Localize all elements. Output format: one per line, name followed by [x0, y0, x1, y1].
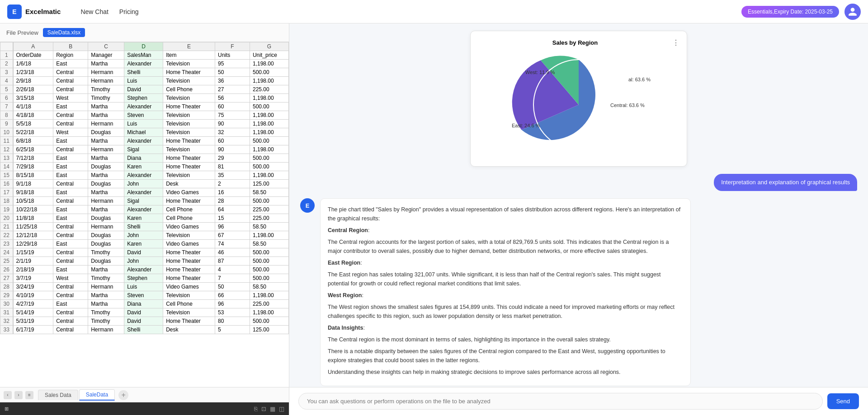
table-cell[interactable]: 500.00 — [250, 137, 288, 145]
table-cell[interactable]: 1,198.00 — [250, 308, 288, 317]
table-cell[interactable]: 500.00 — [250, 103, 288, 111]
table-row[interactable]: 241/15/19CentralTimothyDavidHome Theater… — [0, 248, 289, 257]
table-cell[interactable]: 1,198.00 — [250, 77, 288, 85]
col-b-header[interactable]: B — [53, 42, 88, 51]
table-cell[interactable]: Video Games — [163, 240, 215, 248]
table-cell[interactable]: Steven — [124, 111, 163, 120]
table-cell[interactable]: Hermann — [88, 223, 124, 231]
table-cell[interactable]: 36 — [215, 77, 250, 85]
table-cell[interactable]: Luis — [124, 283, 163, 291]
table-cell[interactable]: Douglas — [88, 257, 124, 266]
table-cell[interactable]: David — [124, 248, 163, 257]
send-button[interactable]: Send — [827, 393, 859, 409]
table-cell[interactable]: Home Theater — [163, 154, 215, 163]
table-cell[interactable]: 96 — [215, 223, 250, 231]
table-cell[interactable]: 95 — [215, 60, 250, 68]
table-cell[interactable]: 50 — [215, 68, 250, 77]
table-row[interactable]: 95/5/18CentralHermannLuisTelevision901,1… — [0, 120, 289, 128]
table-cell[interactable]: 4 — [215, 266, 250, 274]
table-cell[interactable]: East — [53, 300, 88, 308]
table-cell[interactable]: 9/18/18 — [13, 188, 53, 197]
table-row[interactable]: 169/1/18CentralDouglasJohnDesk2125.00 — [0, 180, 289, 188]
table-cell[interactable]: Home Theater — [163, 248, 215, 257]
table-cell[interactable]: Home Theater — [163, 163, 215, 171]
table-cell[interactable]: 27 — [215, 85, 250, 94]
sheet-tab-sale-data[interactable]: SaleData — [79, 389, 115, 401]
table-cell[interactable]: Central — [53, 120, 88, 128]
table-cell[interactable]: Luis — [124, 120, 163, 128]
table-cell[interactable]: John — [124, 231, 163, 240]
table-cell[interactable]: Central — [53, 77, 88, 85]
table-cell[interactable]: 5/22/18 — [13, 128, 53, 137]
table-cell[interactable]: 12/29/18 — [13, 240, 53, 248]
table-cell[interactable]: Stephen — [124, 94, 163, 103]
sheet-right-arrow[interactable]: › — [14, 391, 23, 399]
status-icon-1[interactable]: ⎘ — [254, 406, 258, 412]
table-cell[interactable]: 2/1/19 — [13, 257, 53, 266]
table-cell[interactable]: Television — [163, 120, 215, 128]
table-cell[interactable]: East — [53, 266, 88, 274]
table-cell[interactable]: 58.50 — [250, 188, 288, 197]
table-cell[interactable]: Douglas — [88, 214, 124, 223]
table-cell[interactable]: Stephen — [124, 274, 163, 283]
table-cell[interactable]: 10/22/18 — [13, 205, 53, 214]
table-cell[interactable]: 4/27/19 — [13, 300, 53, 308]
table-cell[interactable]: 6/25/18 — [13, 145, 53, 154]
table-cell[interactable]: Martha — [88, 300, 124, 308]
table-cell[interactable]: Video Games — [163, 188, 215, 197]
table-cell[interactable]: 74 — [215, 240, 250, 248]
table-cell[interactable]: Television — [163, 145, 215, 154]
table-cell[interactable]: 2/26/18 — [13, 85, 53, 94]
status-icon-4[interactable]: ◫ — [279, 406, 284, 412]
table-cell[interactable]: 64 — [215, 205, 250, 214]
status-icon-3[interactable]: ▦ — [270, 406, 275, 412]
table-cell[interactable]: Timothy — [88, 274, 124, 283]
table-cell[interactable]: Central — [53, 291, 88, 300]
table-cell[interactable]: 1/15/19 — [13, 248, 53, 257]
table-cell[interactable]: Television — [163, 291, 215, 300]
table-row[interactable]: 336/17/19CentralHermannShelliDesk5125.00 — [0, 326, 289, 334]
table-cell[interactable]: 60 — [215, 103, 250, 111]
table-cell[interactable]: 67 — [215, 231, 250, 240]
table-cell[interactable]: East — [53, 103, 88, 111]
table-cell[interactable]: 225.00 — [250, 300, 288, 308]
table-cell[interactable]: Karen — [124, 214, 163, 223]
table-cell[interactable]: 58.50 — [250, 283, 288, 291]
table-cell[interactable]: 1,198.00 — [250, 291, 288, 300]
table-cell[interactable]: Alexander — [124, 205, 163, 214]
table-cell[interactable]: Central — [53, 180, 88, 188]
table-cell[interactable]: 80 — [215, 317, 250, 326]
table-cell[interactable]: Douglas — [88, 240, 124, 248]
table-row[interactable]: 179/18/18EastMarthaAlexanderVideo Games1… — [0, 188, 289, 197]
table-row[interactable]: 1810/5/18CentralHermannSigalHome Theater… — [0, 197, 289, 205]
table-row[interactable]: 304/27/19EastMarthaDianaCell Phone96225.… — [0, 300, 289, 308]
table-cell[interactable]: 500.00 — [250, 154, 288, 163]
table-cell[interactable]: Television — [163, 308, 215, 317]
table-cell[interactable]: 225.00 — [250, 85, 288, 94]
table-cell[interactable]: Home Theater — [163, 103, 215, 111]
table-cell[interactable]: Television — [163, 94, 215, 103]
col-f-header[interactable]: F — [215, 42, 250, 51]
table-row[interactable]: 158/15/18EastMarthaAlexanderTelevision35… — [0, 171, 289, 180]
pricing-link[interactable]: Pricing — [119, 8, 139, 15]
sheet-tab-sales-data[interactable]: Sales Data — [38, 390, 78, 400]
table-cell[interactable]: Cell Phone — [163, 300, 215, 308]
table-cell[interactable]: East — [53, 171, 88, 180]
table-cell[interactable]: Television — [163, 60, 215, 68]
table-row[interactable]: 294/10/19CentralMarthaStevenTelevision66… — [0, 291, 289, 300]
table-cell[interactable]: Cell Phone — [163, 214, 215, 223]
table-cell[interactable]: East — [53, 188, 88, 197]
table-cell[interactable]: 2 — [215, 180, 250, 188]
table-row[interactable]: 1910/22/18EastMarthaAlexanderCell Phone6… — [0, 205, 289, 214]
new-chat-link[interactable]: New Chat — [80, 8, 108, 15]
table-cell[interactable]: Shelli — [124, 223, 163, 231]
table-cell[interactable]: David — [124, 308, 163, 317]
table-cell[interactable]: Central — [53, 317, 88, 326]
table-cell[interactable]: Television — [163, 111, 215, 120]
table-cell[interactable]: Home Theater — [163, 197, 215, 205]
table-cell[interactable]: Central — [53, 85, 88, 94]
table-cell[interactable]: 7/29/18 — [13, 163, 53, 171]
table-cell[interactable]: Martha — [88, 266, 124, 274]
table-cell[interactable]: Home Theater — [163, 266, 215, 274]
table-cell[interactable]: Video Games — [163, 223, 215, 231]
